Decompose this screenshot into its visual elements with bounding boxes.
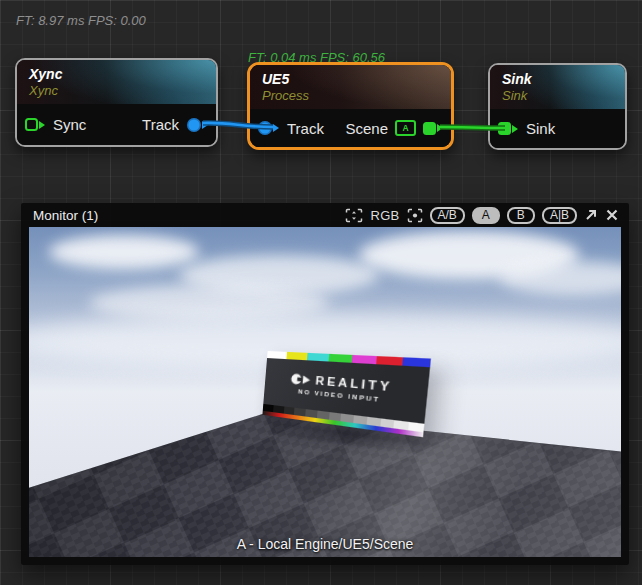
node-subtitle: Xync [29,83,204,98]
split-aib-button[interactable]: A|B [542,207,577,224]
node-xync[interactable]: Xync Xync Sync Track [15,58,218,147]
node-sink[interactable]: Sink Sink Sink [488,63,627,150]
port-arrow-icon [437,124,443,132]
scene-output-port[interactable] [423,122,436,135]
sync-input-port[interactable] [25,118,38,131]
monitor-viewport[interactable]: REALITY NO VIDEO INPUT A - Local Engine/… [29,227,621,557]
reality-logo-icon [290,373,312,386]
node-title: Sink [502,71,613,88]
input-port-label: Sink [526,120,555,137]
channel-b-button[interactable]: B [507,207,535,224]
close-icon[interactable] [605,208,619,222]
monitor-title: Monitor (1) [33,208,98,223]
monitor-titlebar[interactable]: Monitor (1) RGB A/B A B [21,203,629,227]
fit-view-icon[interactable] [345,208,363,223]
node-title: UE5 [262,71,439,88]
node-xync-header[interactable]: Xync Xync [17,60,216,104]
output-port-label: Scene [345,120,388,137]
track-output-port[interactable] [187,118,201,132]
focus-center-icon[interactable] [407,208,423,223]
track-input-port[interactable] [258,121,272,135]
monitor-panel: Monitor (1) RGB A/B A B [21,203,629,565]
rgb-channel-toggle[interactable]: RGB [370,208,399,223]
xync-perf-stats: FT: 8.97 ms FPS: 0.00 [16,13,146,29]
input-port-label: Track [287,120,324,137]
node-subtitle: Process [262,88,439,103]
node-graph-canvas[interactable]: FT: 8.97 ms FPS: 0.00 FT: 0.04 ms FPS: 6… [0,0,642,585]
node-ue5-body: Track Scene A [250,109,451,147]
port-arrow-icon [512,125,518,133]
node-subtitle: Sink [502,88,613,103]
ab-compare-button[interactable]: A/B [430,207,465,224]
node-ue5-header[interactable]: UE5 Process [250,65,451,109]
output-port-label: Track [142,116,179,133]
port-arrow-icon [202,121,208,129]
port-arrow-icon [39,121,45,129]
viewport-source-label: A - Local Engine/UE5/Scene [29,536,621,552]
port-arrow-icon [273,124,279,132]
node-ue5-selected[interactable]: UE5 Process Track Scene A [247,62,454,150]
channel-a-button[interactable]: A [472,207,500,224]
popout-icon[interactable] [584,208,598,222]
node-sink-header[interactable]: Sink Sink [490,65,625,109]
sink-input-port[interactable] [498,122,511,135]
scene-monitor-a-icon[interactable]: A [395,120,416,136]
monitor-toolbar: RGB A/B A B A|B [345,207,619,224]
node-sink-body: Sink [490,109,625,148]
node-xync-body: Sync Track [17,104,216,145]
node-title: Xync [29,66,204,83]
input-port-label: Sync [53,116,86,133]
